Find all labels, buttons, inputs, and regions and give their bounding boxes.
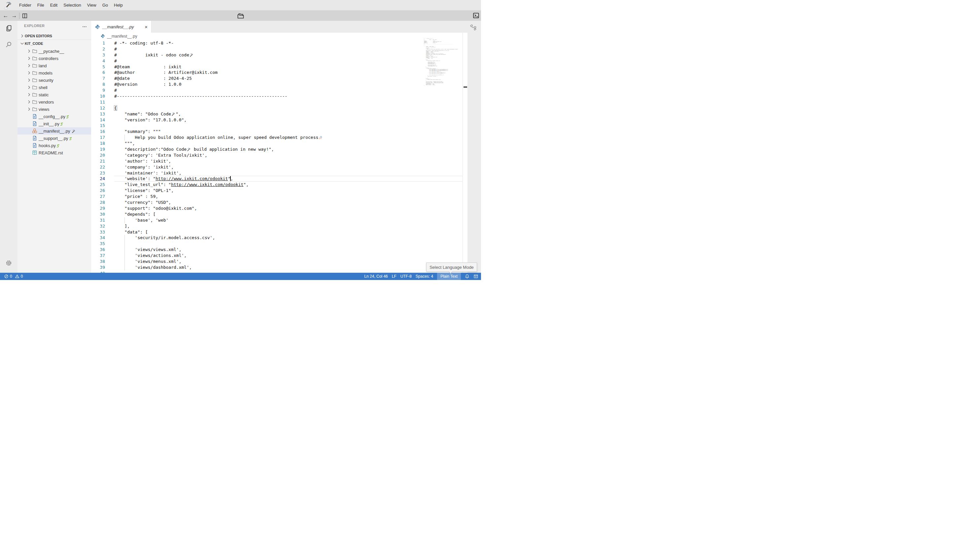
notifications-bell-icon[interactable] — [465, 274, 470, 279]
breadcrumb[interactable]: __manifest__.py — [91, 33, 463, 40]
open-editors-label: OPEN EDITORS — [25, 34, 52, 38]
code-line-34[interactable]: 34 'security/ir.model.access.csv', — [91, 235, 463, 241]
search-activity-button[interactable] — [0, 37, 18, 52]
settings-button[interactable] — [0, 255, 18, 271]
code-line-8[interactable]: 8#@version : 1.0.0 — [91, 82, 463, 87]
menu-help[interactable]: Help — [111, 0, 126, 10]
code-line-13[interactable]: 13 "name": "Odoo Code", — [91, 111, 463, 117]
code-line-3[interactable]: 3# ixkit - odoo code — [91, 52, 463, 58]
line-number: 26 — [95, 188, 105, 193]
code-line-33[interactable]: 33 "data": [ — [91, 229, 463, 235]
url-link[interactable]: http://www.ixkit.com/odookit — [155, 176, 228, 181]
code-line-29[interactable]: 29 "support": "odoo@ixkit.com", — [91, 206, 463, 211]
line-text — [114, 123, 463, 129]
warnings-count[interactable]: 0 — [21, 274, 23, 279]
code-line-35[interactable]: 35 — [91, 241, 463, 247]
back-button[interactable]: ← — [1, 13, 10, 19]
code-line-14[interactable]: 14 "version": "17.0.1.0.0", — [91, 117, 463, 123]
sidebar-item-security[interactable]: security — [18, 77, 91, 84]
sidebar-item-controllers[interactable]: controllers — [18, 55, 91, 62]
code-line-23[interactable]: 23 'maintainer': 'ixkit', — [91, 170, 463, 176]
errors-icon[interactable] — [4, 274, 8, 279]
code-line-22[interactable]: 22 'company': 'ixkit', — [91, 164, 463, 170]
sidebar-item-land[interactable]: land — [18, 62, 91, 69]
code-line-28[interactable]: 28 "currency": "USD", — [91, 200, 463, 206]
code-line-24[interactable]: 24 'website': "http://www.ixkit.com/odoo… — [91, 176, 463, 182]
cloud-icon — [4, 6, 8, 10]
code-line-37[interactable]: 37 'views/actions.xml', — [91, 253, 463, 259]
code-line-1[interactable]: 1# -*- coding: utf-8 -*- — [91, 40, 463, 46]
root-folder-row[interactable]: KIT_CODE — [18, 40, 91, 47]
terminal-button[interactable] — [473, 12, 480, 19]
errors-count[interactable]: 0 — [10, 274, 12, 279]
menu-folder[interactable]: Folder — [16, 0, 34, 10]
close-icon[interactable]: × — [144, 24, 148, 30]
code-line-38[interactable]: 38 'views/menus.xml', — [91, 259, 463, 264]
sidebar-item-vendors[interactable]: vendors — [18, 98, 91, 106]
code-line-11[interactable]: 11 — [91, 99, 463, 105]
code-line-39[interactable]: 39 'views/dashboard.xml', — [91, 264, 463, 270]
tab-manifest-py[interactable]: __manifest__.py × — [91, 21, 152, 33]
line-number: 19 — [95, 146, 105, 152]
menu-selection[interactable]: Selection — [60, 0, 84, 10]
code-line-16[interactable]: 16 "summary": """ — [91, 129, 463, 135]
warnings-icon[interactable] — [15, 274, 19, 279]
sidebar-item-init-py[interactable]: __init__.py — [18, 120, 91, 127]
sidebar-item-support-py[interactable]: __support__.py — [18, 135, 91, 142]
sidebar-item-pycache[interactable]: __pycache__ — [18, 47, 91, 55]
code-line-25[interactable]: 25 "live_test_url": "http://www.ixkit.co… — [91, 182, 463, 188]
code-line-4[interactable]: 4# — [91, 58, 463, 64]
code-lines[interactable]: 1# -*- coding: utf-8 -*-2#3# ixkit - odo… — [91, 40, 463, 273]
code-line-27[interactable]: 27 "price" : 59, — [91, 193, 463, 200]
cursor-position-status[interactable]: Ln 24, Col 46 — [364, 274, 387, 279]
code-line-7[interactable]: 7#@date : 2024-4-25 — [91, 76, 463, 82]
editor-scrollbar[interactable] — [463, 33, 468, 273]
code-line-21[interactable]: 21 'author': 'ixkit', — [91, 158, 463, 164]
forward-button[interactable]: → — [10, 13, 18, 19]
sidebar-item-shell[interactable]: shell — [18, 84, 91, 91]
code-line-17[interactable]: 17 Help you build Odoo application onlin… — [91, 135, 463, 140]
code-line-40[interactable]: 40 — [91, 270, 463, 273]
split-editor-button[interactable] — [21, 13, 28, 19]
menu-file[interactable]: File — [34, 0, 47, 10]
url-link[interactable]: http://www.ixkit.com/odookit — [171, 182, 243, 187]
code-line-36[interactable]: 36 'views/views.xml', — [91, 247, 463, 253]
code-line-5[interactable]: 5#@team : ixkit — [91, 64, 463, 70]
sidebar-item-static[interactable]: static — [18, 91, 91, 98]
panel-layout-icon[interactable] — [473, 274, 478, 279]
open-editors-section[interactable]: OPEN EDITORS — [18, 32, 91, 40]
eol-status[interactable]: LF — [392, 274, 397, 279]
sidebar-item-hooks-py[interactable]: hooks.py — [18, 142, 91, 149]
sidebar-item-config-py[interactable]: __config__.py — [18, 113, 91, 120]
code-line-10[interactable]: 10#-------------------------------------… — [91, 93, 463, 99]
chevron-right-icon — [19, 33, 25, 39]
explorer-activity-button[interactable] — [0, 21, 18, 37]
code-line-32[interactable]: 32 ], — [91, 223, 463, 229]
code-line-2[interactable]: 2# — [91, 46, 463, 52]
snake-emoji — [56, 144, 60, 148]
indentation-status[interactable]: Spaces: 4 — [416, 274, 433, 279]
sidebar-item-models[interactable]: models — [18, 69, 91, 77]
code-line-26[interactable]: 26 "license": "OPL-1", — [91, 188, 463, 193]
menu-edit[interactable]: Edit — [47, 0, 60, 10]
sidebar-item-manifest-py[interactable]: __manifest__.py — [18, 127, 91, 135]
line-number: 35 — [95, 241, 105, 247]
sidebar-item-views[interactable]: views — [18, 106, 91, 113]
minimap[interactable]: # -*- coding: utf-8 -*- # # ixkit - odoo… — [424, 38, 461, 88]
code-line-12[interactable]: 12{ — [91, 105, 463, 111]
code-line-6[interactable]: 6#@author : Artificer@ixkit.com — [91, 69, 463, 76]
explorer-actions-button[interactable] — [82, 24, 87, 29]
code-line-15[interactable]: 15 — [91, 123, 463, 129]
code-line-20[interactable]: 20 'category': 'Extra Tools/ixkit', — [91, 152, 463, 158]
menu-go[interactable]: Go — [99, 0, 111, 10]
code-line-19[interactable]: 19 "description":"Odoo Code build applic… — [91, 146, 463, 152]
menu-view[interactable]: View — [84, 0, 99, 10]
code-line-30[interactable]: 30 "depends": [ — [91, 211, 463, 217]
code-line-31[interactable]: 31 'base', 'web' — [91, 217, 463, 223]
code-line-9[interactable]: 9# — [91, 87, 463, 93]
sidebar-item-readme-rst[interactable]: README.rst — [18, 149, 91, 156]
workflow-icon[interactable] — [470, 23, 477, 31]
encoding-status[interactable]: UTF-8 — [400, 274, 412, 279]
folders-button[interactable] — [237, 12, 245, 20]
code-line-18[interactable]: 18 """, — [91, 140, 463, 146]
